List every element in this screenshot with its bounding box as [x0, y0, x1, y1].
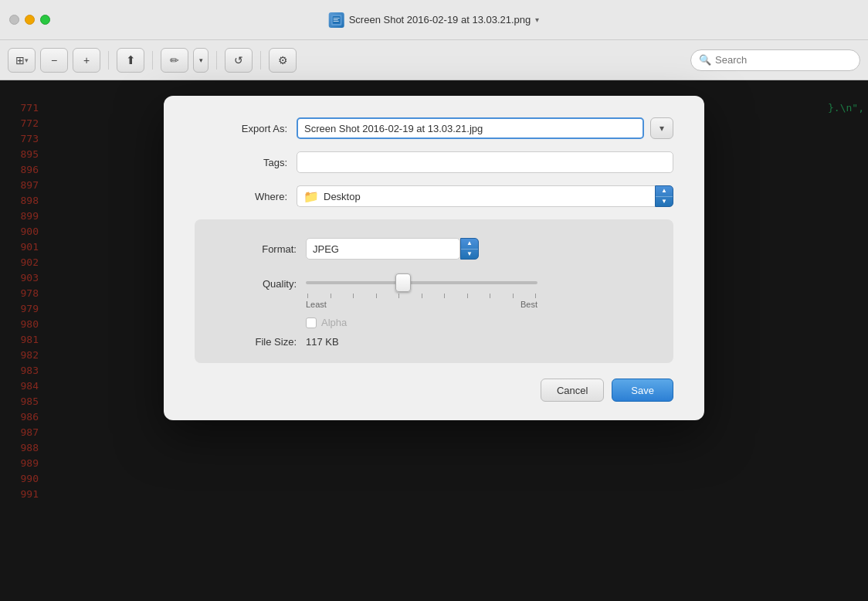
title-dropdown-icon[interactable]: ▾ [535, 15, 539, 24]
folder-icon: 📁 [303, 189, 319, 204]
traffic-lights [9, 15, 50, 25]
maximize-button[interactable] [40, 15, 50, 25]
tick-3 [353, 294, 354, 298]
sidebar-dropdown-icon[interactable]: ▾ [25, 56, 29, 64]
tools-icon: ⚙ [278, 54, 288, 66]
quality-slider-thumb[interactable] [395, 273, 411, 292]
close-button[interactable] [9, 15, 19, 25]
tags-input[interactable] [297, 151, 673, 173]
window-title: Screen Shot 2016-02-19 at 13.03.21.png [349, 14, 531, 25]
toolbar-separator-2 [152, 51, 153, 70]
alpha-row: Alpha [306, 317, 649, 328]
minimize-button[interactable] [25, 15, 35, 25]
where-select[interactable]: 📁 Desktop [297, 185, 655, 207]
tags-label: Tags: [195, 157, 287, 168]
where-value: Desktop [324, 191, 361, 202]
where-stepper-up[interactable]: ▲ [656, 186, 673, 197]
annotate-dropdown-icon: ▾ [199, 56, 203, 64]
rotate-icon: ↺ [234, 54, 243, 66]
dialog-overlay: Export As: ▾ Tags: Where: 📁 Desktop [0, 80, 868, 601]
sidebar-icon: ⊞ [15, 54, 25, 66]
svg-rect-4 [334, 21, 339, 22]
where-stepper[interactable]: ▲ ▼ [655, 185, 673, 207]
export-as-label: Export As: [195, 123, 287, 134]
tick-2 [331, 294, 331, 298]
export-dialog: Export As: ▾ Tags: Where: 📁 Desktop [164, 96, 704, 420]
annotate-icon: ✏ [170, 54, 179, 66]
format-value: JPEG [313, 243, 339, 255]
zoom-out-icon: − [51, 54, 57, 66]
tick-10 [513, 294, 514, 298]
quality-slider-rail [306, 281, 537, 284]
tick-7 [444, 294, 445, 298]
quality-slider-track [306, 275, 537, 290]
svg-rect-2 [334, 18, 340, 19]
quality-row: Quality: [219, 275, 649, 309]
where-stepper-down[interactable]: ▼ [656, 197, 673, 207]
zoom-out-button[interactable]: − [40, 48, 68, 73]
search-input[interactable] [715, 54, 852, 66]
slider-labels: Least Best [306, 300, 537, 309]
format-label: Format: [219, 243, 297, 255]
filesize-value: 117 KB [306, 336, 339, 348]
quality-label: Quality: [219, 275, 297, 290]
cancel-button[interactable]: Cancel [541, 379, 604, 402]
export-as-row: Export As: ▾ [195, 117, 673, 139]
quality-slider-container: Least Best [306, 275, 537, 309]
format-stepper-down[interactable]: ▼ [461, 250, 478, 260]
annotate-dropdown-button[interactable]: ▾ [193, 48, 209, 73]
rotate-button[interactable]: ↺ [225, 48, 253, 73]
tick-1 [307, 294, 308, 298]
titlebar: Screen Shot 2016-02-19 at 13.03.21.png ▾ [0, 0, 868, 40]
toolbar-separator-1 [108, 51, 109, 70]
tick-8 [467, 294, 468, 298]
share-icon: ⬆ [126, 53, 136, 67]
where-field-group: 📁 Desktop ▲ ▼ [297, 185, 673, 207]
format-row: Format: JPEG ▲ ▼ [219, 238, 649, 260]
quality-least-label: Least [306, 300, 327, 309]
filesize-row: File Size: 117 KB [219, 336, 649, 348]
tick-9 [490, 294, 490, 298]
sidebar-toggle-button[interactable]: ⊞ ▾ [8, 48, 36, 73]
tick-5 [398, 294, 399, 298]
toolbar: ⊞ ▾ − + ⬆ ✏ ▾ ↺ ⚙ 🔍 [0, 40, 868, 80]
options-panel: Format: JPEG ▲ ▼ Quality: [195, 219, 673, 363]
share-button[interactable]: ⬆ [117, 48, 144, 73]
format-stepper[interactable]: ▲ ▼ [460, 238, 479, 260]
slider-ticks [306, 294, 537, 298]
save-button[interactable]: Save [612, 379, 673, 402]
file-icon [329, 12, 344, 28]
alpha-checkbox[interactable] [306, 317, 317, 328]
where-row: Where: 📁 Desktop ▲ ▼ [195, 185, 673, 207]
toolbar-separator-3 [216, 51, 217, 70]
tick-4 [376, 294, 377, 298]
svg-rect-3 [334, 19, 338, 20]
format-field-group: JPEG ▲ ▼ [306, 238, 479, 260]
search-icon: 🔍 [699, 54, 711, 66]
where-label: Where: [195, 191, 287, 202]
annotate-button[interactable]: ✏ [161, 48, 188, 73]
alpha-label: Alpha [321, 317, 347, 328]
dialog-buttons: Cancel Save [195, 379, 673, 402]
tick-11 [535, 294, 536, 298]
search-box[interactable]: 🔍 [690, 49, 860, 71]
zoom-in-icon: + [83, 54, 90, 66]
format-stepper-up[interactable]: ▲ [461, 239, 478, 250]
window-title-group: Screen Shot 2016-02-19 at 13.03.21.png ▾ [329, 12, 540, 28]
toolbar-separator-4 [260, 51, 261, 70]
export-filename-input[interactable] [297, 117, 644, 139]
export-field-container: ▾ [297, 117, 673, 139]
quality-best-label: Best [520, 300, 537, 309]
zoom-in-button[interactable]: + [73, 48, 100, 73]
tags-row: Tags: [195, 151, 673, 173]
tools-button[interactable]: ⚙ [269, 48, 297, 73]
export-dropdown-button[interactable]: ▾ [650, 117, 673, 139]
filesize-label: File Size: [219, 336, 297, 348]
format-select[interactable]: JPEG [306, 238, 460, 260]
tick-6 [422, 294, 422, 298]
